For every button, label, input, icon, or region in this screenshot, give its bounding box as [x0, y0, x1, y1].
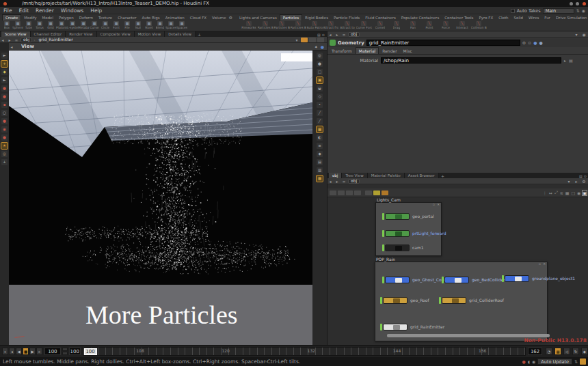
help-sphere-icon-2[interactable]: ●: [539, 40, 542, 45]
particles-state-icon[interactable]: ★: [1, 143, 8, 149]
state-icon-a[interactable]: ●: [1, 118, 8, 124]
cook-indicator-icon[interactable]: ◉: [532, 359, 535, 364]
shelf-tab[interactable]: Lights and Cameras: [237, 15, 280, 20]
edit-state-icon[interactable]: ▪: [1, 102, 8, 108]
view-tool-icon[interactable]: ►: [1, 53, 8, 59]
memory-icon[interactable]: ▥: [317, 167, 323, 173]
net-color-yellow-icon[interactable]: [373, 191, 380, 195]
update-mode-selector[interactable]: Auto Update: [537, 358, 572, 365]
state-icon-b[interactable]: ◉: [1, 126, 8, 132]
play-button[interactable]: ▶: [29, 348, 36, 355]
shelf-tool[interactable]: ▦ Metaball: [78, 21, 89, 29]
forward-icon[interactable]: ▸: [7, 38, 12, 42]
shelf-tool[interactable]: ╲ Particles B: [257, 21, 273, 29]
timeline-ruler[interactable]: 100 108120132144156: [83, 347, 526, 356]
state-icon-d[interactable]: ◎: [1, 151, 8, 157]
node-tile[interactable]: [442, 297, 466, 304]
snap-state-icon[interactable]: ○: [1, 110, 8, 116]
playhead[interactable]: 100: [84, 348, 97, 355]
path-dropdown-icon[interactable]: ▾: [574, 32, 579, 37]
shelf-tab[interactable]: Polygon: [56, 15, 77, 20]
net-snapshot-icon[interactable]: [365, 191, 372, 195]
shelf-tab[interactable]: Pyro FX: [476, 15, 496, 20]
forward-icon[interactable]: ▸: [334, 179, 340, 184]
net-zoomsel-icon[interactable]: ⤢: [554, 190, 558, 195]
pane-tab[interactable]: Details View: [165, 31, 196, 37]
pin-icon[interactable]: ◉: [581, 32, 587, 37]
current-frame-field[interactable]: 100: [44, 348, 61, 355]
handles-tool-icon[interactable]: ◆: [1, 69, 8, 75]
shelf-tab[interactable]: Drive Simulation: [553, 15, 588, 20]
node-tile[interactable]: [385, 244, 410, 251]
shelf-tool[interactable]: ╲ Attract fro: [323, 21, 339, 29]
shelf-tab[interactable]: Populate Containers: [399, 15, 442, 20]
shelf-tab[interactable]: Create: [2, 14, 21, 20]
shelf-tab[interactable]: Particles: [280, 14, 302, 20]
node-tile[interactable]: [385, 230, 410, 237]
shelf-tool[interactable]: ╲ Fan: [405, 21, 421, 29]
shelf-tool[interactable]: ▦ Grid: [45, 21, 56, 29]
shelf-tool[interactable]: ▦ Spaceshi: [165, 21, 176, 29]
shelf-tool[interactable]: ▦ Torus: [34, 21, 45, 29]
jump-end-button[interactable]: »: [36, 348, 42, 355]
node-flag[interactable]: [382, 230, 384, 237]
pane-tab[interactable]: Render View: [66, 31, 96, 37]
shelf-tab[interactable]: Texture: [96, 15, 115, 20]
shelf-tab[interactable]: Volume: [209, 15, 228, 20]
node-tile[interactable]: [385, 213, 410, 220]
node-tile[interactable]: [383, 324, 407, 330]
shelf-tool[interactable]: ╲ Comet: [372, 21, 388, 29]
pane-tab[interactable]: obj: [329, 173, 342, 178]
quality-icon[interactable]: ◇: [317, 94, 323, 100]
viewport-menu-icon[interactable]: ◂: [9, 44, 14, 49]
lighting-icon[interactable]: ▣: [317, 77, 323, 83]
new-tab-icon[interactable]: +: [439, 173, 446, 178]
path-node-chip[interactable]: grid_RainEmitter: [37, 38, 75, 42]
shelf-tool[interactable]: ▦ File: [122, 21, 133, 29]
prev-frame-button[interactable]: ◂: [9, 348, 15, 355]
pane-tab[interactable]: Composite View: [97, 31, 135, 37]
shelf-tool[interactable]: ╲ Attract to: [339, 21, 356, 29]
shelf-tool[interactable]: ▦ Font: [111, 21, 122, 29]
take-selector[interactable]: Main: [543, 8, 574, 14]
node-tile[interactable]: [385, 277, 410, 283]
shelf-tool[interactable]: ▦ Sphere: [12, 21, 23, 29]
take-spinner-icon[interactable]: ⇅: [576, 8, 580, 13]
shelf-tab[interactable]: Fluid Containers: [362, 15, 399, 20]
shelf-tab[interactable]: Character: [115, 15, 139, 20]
pane-tab[interactable]: Tree View: [342, 173, 367, 178]
node-flag[interactable]: [382, 213, 384, 220]
takes-globe-icon[interactable]: ◉: [582, 8, 585, 13]
shelf-tool[interactable]: ╲ Force: [438, 21, 454, 29]
net-grid-icon[interactable]: ▦: [565, 191, 570, 195]
shelf-tool[interactable]: ╲ Fireworks: [241, 21, 257, 29]
node-tile[interactable]: [444, 277, 469, 283]
param-crosshair-icon[interactable]: ⊙: [528, 40, 531, 45]
shelf-tool[interactable]: ▦ Box: [1, 21, 12, 29]
material-display-icon[interactable]: ◆: [317, 151, 323, 157]
camera-icon[interactable]: ◎: [317, 53, 323, 59]
node-flag[interactable]: [439, 297, 441, 304]
shelf-gear-icon[interactable]: ⚙: [229, 15, 232, 20]
net-display-icon[interactable]: [338, 191, 345, 195]
net-layout-icon[interactable]: [346, 191, 353, 195]
shelf-tab[interactable]: Container Tools: [442, 15, 476, 20]
auto-takes-checkbox[interactable]: [511, 9, 515, 13]
viewport-world-icon[interactable]: ●: [321, 44, 324, 49]
path-context-chip[interactable]: obj: [348, 179, 360, 184]
shelf-tool[interactable]: ╲ Collision B: [470, 21, 487, 29]
snapshot-icon[interactable]: [309, 38, 316, 42]
shelf-tool[interactable]: ▦ Tube: [23, 21, 34, 29]
sculpt-state-icon[interactable]: ●: [1, 94, 8, 100]
net-play-icon[interactable]: ▸: [574, 179, 579, 184]
streak-display-icon[interactable]: ╱: [317, 118, 323, 124]
display-options-icon[interactable]: ▩: [317, 175, 323, 182]
shelf-tab[interactable]: Deform: [77, 15, 96, 20]
net-box-icon[interactable]: □: [571, 191, 575, 195]
net-back-icon[interactable]: [330, 191, 336, 195]
back-icon[interactable]: ◂: [328, 179, 333, 184]
node-name-field[interactable]: grid_RainEmitter: [366, 40, 520, 46]
maximize-button[interactable]: [576, 2, 579, 5]
snapshot-icon[interactable]: ▤: [317, 159, 323, 165]
path-dropdown-icon[interactable]: ▾: [566, 179, 572, 184]
